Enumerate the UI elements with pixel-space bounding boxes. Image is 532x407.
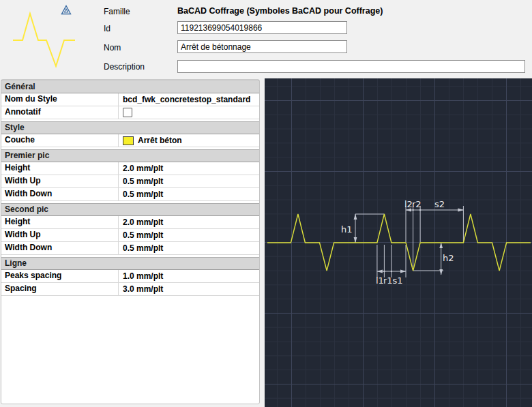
property-value[interactable]: 1.0 mm/plt (119, 270, 259, 282)
id-input[interactable] (177, 21, 347, 34)
section-header-style: Style (1, 121, 259, 134)
property-row-couche: Couche Arrêt béton (1, 134, 259, 147)
section-header-premier-pic: Premier pic (1, 149, 259, 162)
symbol-editor-window: Famille Id Nom Description BaCAD Coffrag… (0, 0, 532, 407)
description-input[interactable] (177, 60, 525, 73)
dim-label-h2: h2 (443, 253, 454, 263)
property-value-text: 0.5 mm/plt (123, 230, 163, 240)
nom-input[interactable] (177, 40, 347, 53)
property-value[interactable]: 2.0 mm/plt (119, 162, 259, 175)
property-label: Width Down (1, 188, 119, 200)
property-value[interactable]: bcd_fwk_concretestop_standard (119, 93, 259, 106)
description-label: Description (104, 62, 145, 72)
dim-label-h1: h1 (341, 224, 353, 235)
property-row-peaks-spacing: Peaks spacing 1.0 mm/plt (1, 270, 259, 283)
property-value[interactable]: 3.0 mm/plt (119, 283, 259, 295)
property-value-text: 2.0 mm/plt (123, 217, 163, 227)
dim-label-s1: s1 (393, 275, 403, 286)
property-value-text: 1.0 mm/plt (123, 271, 163, 281)
section-header-ligne: Ligne (1, 257, 259, 270)
annotatif-checkbox[interactable] (123, 108, 132, 117)
property-value[interactable]: 0.5 mm/plt (119, 188, 259, 200)
property-value (119, 106, 259, 119)
property-value[interactable]: 0.5 mm/plt (119, 229, 259, 241)
property-row-spacing: Spacing 3.0 mm/plt (1, 283, 259, 296)
property-row-height-2: Height 2.0 mm/plt (1, 216, 259, 229)
property-row-annotatif: Annotatif (1, 106, 259, 119)
dim-label-s2: s2 (434, 199, 445, 209)
dim-label-r1: r1 (383, 275, 393, 286)
property-value[interactable]: 2.0 mm/plt (119, 216, 259, 228)
property-grid: Général Nom du Style bcd_fwk_concretesto… (1, 79, 260, 404)
property-row-width-up-1: Width Up 0.5 mm/plt (1, 175, 259, 188)
property-value-text: 0.5 mm/plt (123, 243, 163, 253)
nom-label: Nom (104, 43, 121, 52)
property-label: Height (1, 216, 119, 228)
property-label: Nom du Style (1, 93, 119, 106)
property-label: Peaks spacing (1, 270, 119, 282)
property-row-nom-du-style: Nom du Style bcd_fwk_concretestop_standa… (1, 93, 259, 106)
property-row-width-down-1: Width Down 0.5 mm/plt (1, 188, 259, 201)
property-value[interactable]: 0.5 mm/plt (119, 175, 259, 187)
annotative-icon (60, 4, 72, 16)
property-value-text: 0.5 mm/plt (123, 190, 163, 199)
section-header-general: Général (1, 80, 259, 93)
symbol-drawing: h1 h2 l1 r1 s1 l2 r2 s2 (265, 78, 532, 407)
property-value-text: bcd_fwk_concretestop_standard (123, 95, 250, 104)
property-value[interactable]: 0.5 mm/plt (119, 242, 259, 254)
property-label: Width Down (1, 242, 119, 254)
famille-value: BaCAD Coffrage (Symboles BaCAD pour Coff… (177, 6, 383, 16)
property-row-width-down-2: Width Down 0.5 mm/plt (1, 242, 259, 255)
property-label: Couche (1, 134, 119, 147)
property-label: Width Up (1, 229, 119, 241)
id-label: Id (104, 24, 110, 33)
concretestop-polyline (267, 214, 531, 271)
property-label: Spacing (1, 283, 119, 295)
property-value-text: 2.0 mm/plt (123, 164, 163, 173)
dim-label-r2: r2 (412, 199, 422, 209)
section-header-second-pic: Second pic (1, 203, 259, 216)
property-value-text: 3.0 mm/plt (123, 284, 163, 294)
layer-color-swatch (123, 136, 134, 145)
preview-viewport[interactable]: h1 h2 l1 r1 s1 l2 r2 s2 (265, 78, 532, 407)
property-value-text: 0.5 mm/plt (123, 177, 163, 186)
famille-label: Famille (104, 7, 130, 16)
property-row-width-up-2: Width Up 0.5 mm/plt (1, 229, 259, 242)
layer-name: Arrêt béton (138, 136, 182, 145)
property-label: Annotatif (1, 106, 119, 119)
property-label: Height (1, 162, 119, 175)
property-row-height-1: Height 2.0 mm/plt (1, 162, 259, 175)
dimension-lines (355, 206, 463, 277)
property-label: Width Up (1, 175, 119, 187)
property-value[interactable]: Arrêt béton (119, 134, 259, 147)
